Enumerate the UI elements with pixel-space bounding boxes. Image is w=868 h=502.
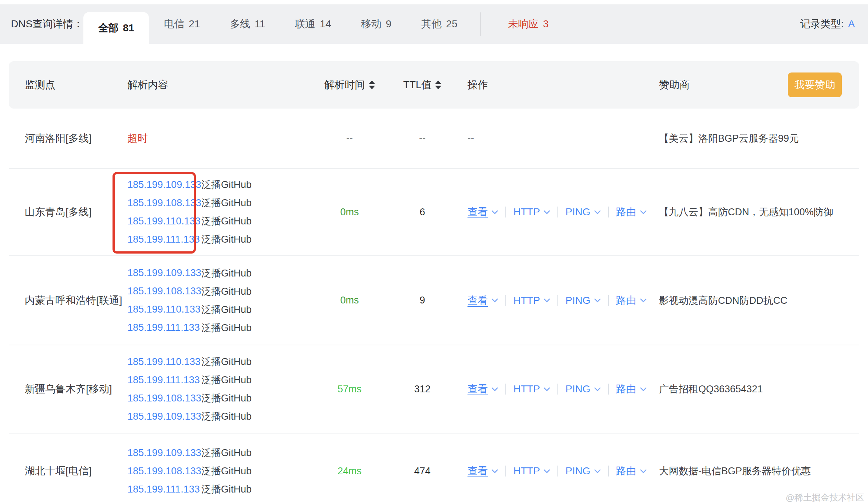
- tab-bar: DNS查询详情： 全部 81 电信 21 多线 11 联通 14 移动 9 其他…: [0, 4, 868, 44]
- tab-multiline[interactable]: 多线 11: [215, 17, 280, 31]
- header-time: 解析时间: [313, 78, 386, 92]
- operation-placeholder: --: [459, 133, 655, 144]
- tab-mobile[interactable]: 移动 9: [346, 17, 407, 31]
- tab-other[interactable]: 其他 25: [406, 17, 472, 31]
- sponsor-text[interactable]: 广告招租QQ363654321: [655, 383, 859, 396]
- action-divider: [505, 384, 506, 395]
- ping-action[interactable]: PING: [565, 206, 600, 218]
- chevron-down-icon: [640, 298, 647, 302]
- tab-label: 未响应: [508, 17, 538, 31]
- http-action[interactable]: HTTP: [513, 465, 550, 477]
- ip-link[interactable]: 185.199.111.133: [127, 234, 195, 245]
- record-line: 185.199.109.133 泛播GitHub: [127, 176, 313, 194]
- resolve-time: 57ms: [313, 384, 386, 395]
- http-action[interactable]: HTTP: [513, 295, 550, 306]
- resolved-records: 185.199.110.133 泛播GitHub 185.199.111.133…: [127, 353, 313, 425]
- ip-link[interactable]: 185.199.108.133: [127, 197, 195, 209]
- http-action[interactable]: HTTP: [513, 206, 550, 218]
- route-action[interactable]: 路由: [616, 205, 647, 219]
- sponsor-text[interactable]: 影视动漫高防CDN防DD抗CC: [655, 294, 859, 307]
- chevron-down-icon: [640, 469, 647, 473]
- sponsor-me-button[interactable]: 我要赞助: [788, 72, 842, 97]
- chevron-down-icon: [544, 298, 550, 302]
- tab-no-response[interactable]: 未响应 3: [485, 17, 549, 31]
- ip-link[interactable]: 185.199.111.133: [127, 484, 195, 495]
- tab-telecom[interactable]: 电信 21: [149, 17, 215, 31]
- ping-action[interactable]: PING: [565, 465, 600, 477]
- sort-icon[interactable]: [435, 81, 441, 89]
- ip-link[interactable]: 185.199.110.133: [127, 216, 195, 227]
- chevron-down-icon: [544, 210, 550, 214]
- operation-actions: 查看 HTTP PING 路由: [459, 382, 655, 396]
- action-divider: [557, 466, 558, 476]
- ip-link[interactable]: 185.199.111.133: [127, 374, 195, 386]
- ttl-value: --: [386, 133, 459, 144]
- ip-owner-label: 泛播GitHub: [201, 267, 252, 280]
- chevron-down-icon: [594, 298, 601, 302]
- tab-label: 多线: [230, 17, 250, 31]
- record-line: 185.199.110.133 泛播GitHub: [127, 301, 313, 319]
- table-row: 内蒙古呼和浩特[联通] 185.199.109.133 泛播GitHub 185…: [9, 256, 859, 345]
- ip-link[interactable]: 185.199.108.133: [127, 466, 195, 477]
- http-action[interactable]: HTTP: [513, 383, 550, 395]
- ip-link[interactable]: 185.199.109.133: [127, 411, 195, 422]
- route-action[interactable]: 路由: [616, 294, 647, 307]
- dns-result-table: 监测点 解析内容 解析时间 TTL值 操作 赞助商 我要赞助 河南洛阳[多线] …: [9, 61, 859, 502]
- ip-link[interactable]: 185.199.110.133: [127, 304, 195, 315]
- route-action[interactable]: 路由: [616, 464, 647, 478]
- tab-count: 25: [446, 18, 457, 30]
- dns-query-page: DNS查询详情： 全部 81 电信 21 多线 11 联通 14 移动 9 其他…: [0, 4, 868, 502]
- ip-link[interactable]: 185.199.108.133: [127, 286, 195, 297]
- view-action[interactable]: 查看: [467, 382, 498, 396]
- ip-owner-label: 泛播GitHub: [201, 483, 252, 496]
- tab-label: 移动: [361, 17, 382, 31]
- ip-link[interactable]: 185.199.109.133: [127, 447, 195, 459]
- ip-link[interactable]: 185.199.109.133: [127, 267, 195, 279]
- view-action[interactable]: 查看: [467, 464, 498, 478]
- action-divider: [557, 384, 558, 395]
- tab-count: 11: [255, 18, 265, 30]
- header-monitor: 监测点: [25, 78, 127, 92]
- record-type: 记录类型: A: [800, 17, 868, 31]
- ping-action[interactable]: PING: [565, 295, 600, 306]
- sponsor-text[interactable]: 【美云】洛阳BGP云服务器99元: [655, 132, 859, 145]
- tab-unicom[interactable]: 联通 14: [280, 17, 346, 31]
- header-content: 解析内容: [127, 78, 313, 92]
- chevron-down-icon: [492, 469, 498, 473]
- sponsor-text[interactable]: 【九八云】高防CDN，无感知100%防御: [655, 205, 859, 219]
- chevron-down-icon: [544, 469, 550, 473]
- monitor-location: 内蒙古呼和浩特[联通]: [25, 294, 127, 307]
- ip-owner-label: 泛播GitHub: [201, 410, 252, 423]
- action-divider: [608, 384, 609, 395]
- ip-link[interactable]: 185.199.111.133: [127, 322, 195, 333]
- resolved-records: 185.199.109.133 泛播GitHub 185.199.108.133…: [127, 264, 313, 337]
- sort-icon[interactable]: [369, 81, 375, 89]
- record-type-label: 记录类型:: [800, 17, 844, 31]
- header-operation: 操作: [459, 78, 655, 92]
- tab-all[interactable]: 全部 81: [83, 12, 149, 44]
- view-action[interactable]: 查看: [467, 205, 498, 219]
- ip-link[interactable]: 185.199.108.133: [127, 393, 195, 404]
- tab-label: 联通: [295, 17, 315, 31]
- tab-label: 其他: [421, 17, 442, 31]
- view-action[interactable]: 查看: [467, 294, 498, 307]
- resolved-records: 185.199.109.133 泛播GitHub 185.199.108.133…: [127, 176, 313, 248]
- action-divider: [505, 466, 506, 476]
- chevron-down-icon: [640, 387, 647, 391]
- resolve-time: --: [313, 133, 386, 144]
- tab-count: 3: [543, 18, 549, 30]
- record-line: 185.199.109.133 泛播GitHub: [127, 407, 313, 425]
- ip-link[interactable]: 185.199.109.133: [127, 179, 195, 191]
- resolved-records: 185.199.109.133 泛播GitHub 185.199.108.133…: [127, 444, 313, 498]
- ping-action[interactable]: PING: [565, 383, 600, 395]
- route-action[interactable]: 路由: [616, 382, 647, 396]
- page-title: DNS查询详情：: [11, 17, 83, 31]
- ip-owner-label: 泛播GitHub: [201, 233, 252, 246]
- record-line: 185.199.108.133 泛播GitHub: [127, 389, 313, 407]
- resolve-time: 0ms: [313, 207, 386, 218]
- record-type-value[interactable]: A: [848, 18, 855, 30]
- ip-link[interactable]: 185.199.110.133: [127, 356, 195, 368]
- action-divider: [557, 207, 558, 217]
- action-divider: [505, 295, 506, 306]
- sponsor-text[interactable]: 大网数据-电信BGP服务器特价优惠: [655, 464, 859, 478]
